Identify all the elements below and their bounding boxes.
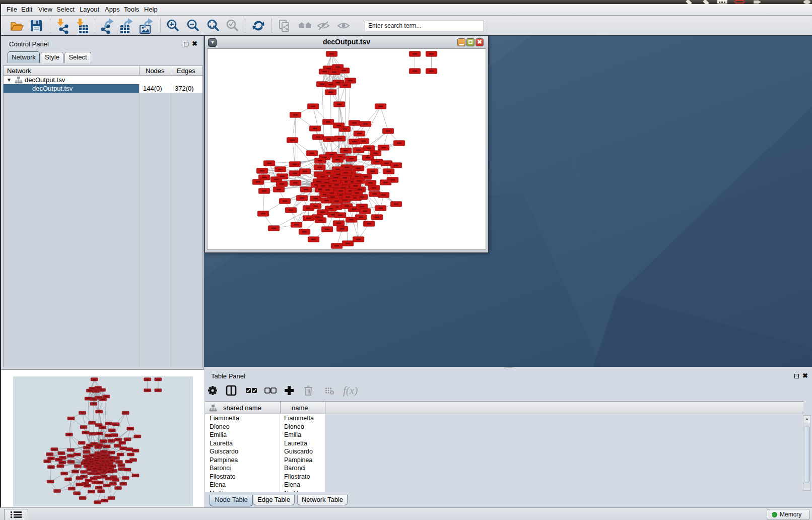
svg-text:f(x): f(x) [343,384,358,397]
